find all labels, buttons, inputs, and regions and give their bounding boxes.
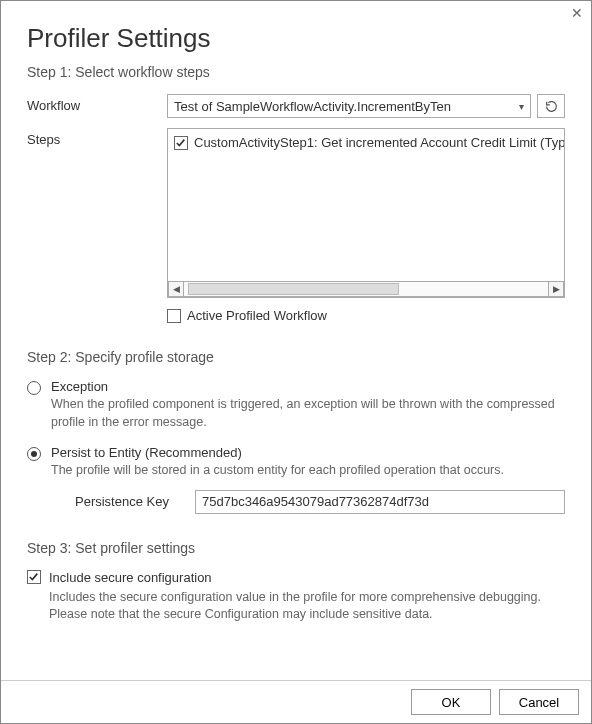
persist-title: Persist to Entity (Recommended)	[51, 445, 565, 460]
ok-button[interactable]: OK	[411, 689, 491, 715]
step2-heading: Step 2: Specify profile storage	[27, 349, 565, 365]
steps-label: Steps	[27, 128, 167, 147]
exception-radio[interactable]	[27, 381, 41, 395]
active-profiled-label: Active Profiled Workflow	[187, 308, 327, 323]
check-icon	[176, 138, 186, 148]
active-profiled-checkbox[interactable]	[167, 309, 181, 323]
step-checkbox[interactable]	[174, 136, 188, 150]
page-title: Profiler Settings	[27, 23, 565, 54]
workflow-value: Test of SampleWorkflowActivity.Increment…	[174, 99, 451, 114]
scroll-right-arrow[interactable]: ▶	[548, 281, 564, 297]
include-secure-title: Include secure configuration	[49, 570, 565, 585]
workflow-label: Workflow	[27, 94, 167, 113]
workflow-select[interactable]: Test of SampleWorkflowActivity.Increment…	[167, 94, 531, 118]
persist-radio[interactable]	[27, 447, 41, 461]
check-icon	[29, 572, 39, 582]
persistence-key-input[interactable]	[195, 490, 565, 514]
persistence-key-label: Persistence Key	[75, 494, 185, 509]
exception-title: Exception	[51, 379, 565, 394]
step-item-label: CustomActivityStep1: Get incremented Acc…	[194, 135, 564, 150]
close-icon[interactable]: ✕	[571, 5, 583, 21]
exception-desc: When the profiled component is triggered…	[51, 396, 565, 431]
include-secure-checkbox[interactable]	[27, 570, 41, 584]
scroll-left-arrow[interactable]: ◀	[168, 281, 184, 297]
horizontal-scrollbar[interactable]: ◀ ▶	[168, 281, 564, 297]
chevron-down-icon: ▾	[519, 101, 524, 112]
list-item[interactable]: CustomActivityStep1: Get incremented Acc…	[174, 135, 558, 150]
include-secure-desc: Includes the secure configuration value …	[49, 589, 565, 624]
scroll-thumb[interactable]	[188, 283, 399, 295]
refresh-button[interactable]	[537, 94, 565, 118]
scroll-track[interactable]	[184, 281, 548, 297]
steps-listbox[interactable]: CustomActivityStep1: Get incremented Acc…	[167, 128, 565, 298]
cancel-button[interactable]: Cancel	[499, 689, 579, 715]
step3-heading: Step 3: Set profiler settings	[27, 540, 565, 556]
step1-heading: Step 1: Select workflow steps	[27, 64, 565, 80]
refresh-icon	[545, 100, 558, 113]
persist-desc: The profile will be stored in a custom e…	[51, 462, 565, 480]
